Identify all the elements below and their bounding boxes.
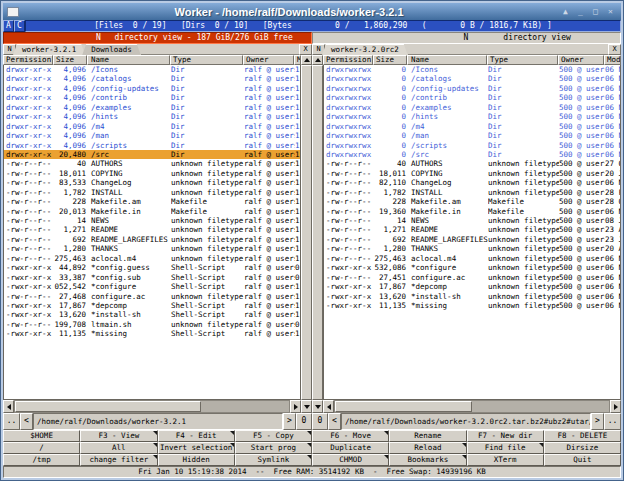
file-row[interactable]: -rw-r--r--199,708ltmain.shunknown filety…: [4, 320, 300, 329]
right-hscroll-thumb[interactable]: [335, 401, 472, 412]
file-row[interactable]: -rw-r--r--19,360Makefile.inMakefile500 @…: [324, 207, 620, 216]
panel-tab[interactable]: Downloads: [82, 44, 141, 55]
file-row[interactable]: -rw-r--r--27,451configure.acunknown file…: [324, 273, 620, 282]
file-row[interactable]: -rwxr-xr-x13,620*install-shShell-Scriptr…: [4, 310, 300, 319]
file-row[interactable]: -rw-r--r--228Makefile.amMakefile500 @ us…: [324, 197, 620, 206]
left-history-forward-button[interactable]: >: [283, 413, 296, 430]
command-button[interactable]: F8 - DELETE: [544, 430, 621, 442]
file-row[interactable]: -rwxr-xr-x17,867*depcompunknown filetype…: [324, 282, 620, 291]
right-scroll-up-button[interactable]: [312, 55, 323, 65]
command-button[interactable]: XTerm: [467, 454, 544, 466]
left-close-tab-button[interactable]: X: [299, 44, 312, 55]
file-row[interactable]: drwxr-xr-x4,096/examplesDirralf @ users1: [4, 103, 300, 112]
file-row[interactable]: drwxr-xr-x4,096/catalogsDirralf @ users1: [4, 74, 300, 83]
file-row[interactable]: -rw-r--r--1,782INSTALLunknown filetypera…: [4, 188, 300, 197]
command-button[interactable]: Start prog: [235, 442, 312, 454]
file-row[interactable]: -rw-r--r--18,011COPYINGunknown filetype5…: [324, 169, 620, 178]
column-header-size[interactable]: Size: [373, 55, 407, 65]
right-bank-button[interactable]: 0: [312, 413, 328, 430]
file-row[interactable]: -rwxr-xr-x11,135*missingunknown filetype…: [324, 301, 620, 310]
file-row[interactable]: drwxrwxrwx0/config-updatesDir500 @ users…: [324, 84, 620, 93]
file-row[interactable]: -rw-r--r--40AUTHORSunknown filetyperalf …: [4, 159, 300, 168]
file-row[interactable]: -rw-r--r--1,782INSTALLunknown filetype50…: [324, 188, 620, 197]
command-button[interactable]: Symlink: [235, 454, 312, 466]
file-row[interactable]: -rwxr-xr-x11,135*missingShell-Scriptralf…: [4, 329, 300, 338]
file-row[interactable]: -rw-r--r--20,013Makefile.inMakefileralf …: [4, 207, 300, 216]
right-scroll-left-button[interactable]: [323, 400, 334, 413]
file-row[interactable]: -rwxr-xr-x33,387*config.subShell-Scriptr…: [4, 273, 300, 282]
file-row[interactable]: -rw-r--r--275,463aclocal.m4unknown filet…: [4, 254, 300, 263]
column-header-type[interactable]: Type: [487, 55, 558, 65]
minimize-icon[interactable]: _: [574, 6, 587, 18]
file-row[interactable]: -rwxr-xr-x17,867*depcompShell-Scriptralf…: [4, 301, 300, 310]
command-button[interactable]: F7 - New dir: [467, 430, 544, 442]
command-button[interactable]: All: [80, 442, 157, 454]
column-header-size[interactable]: Size: [53, 55, 87, 65]
file-row[interactable]: drwxrwxrwx0/m4Dir500 @ users06 N: [324, 122, 620, 131]
file-row[interactable]: -rw-r--r--1,271READMEunknown filetype500…: [324, 225, 620, 234]
right-close-tab-button[interactable]: X: [608, 44, 621, 55]
right-vertical-scrollbar[interactable]: [312, 55, 323, 400]
column-header-modi[interactable]: Modi: [604, 55, 621, 65]
file-row[interactable]: drwxr-xr-x4,096/IconsDirralf @ users1: [4, 65, 300, 74]
right-history-back-button[interactable]: <: [328, 413, 341, 430]
panel-tab[interactable]: worker-3.2.1: [13, 44, 85, 55]
maximize-icon[interactable]: □: [589, 6, 602, 18]
command-button[interactable]: Duplicate: [312, 442, 389, 454]
command-button[interactable]: F4 - Edit: [158, 430, 235, 442]
right-scroll-right-button[interactable]: [610, 400, 621, 413]
command-button[interactable]: /tmp: [3, 454, 80, 466]
file-row[interactable]: drwxr-xr-x4,096/m4Dirralf @ users1: [4, 122, 300, 131]
right-scroll-down-button[interactable]: [312, 400, 323, 413]
left-file-list[interactable]: drwxr-xr-x4,096/IconsDirralf @ users1drw…: [3, 65, 301, 400]
file-row[interactable]: drwxr-xr-x4,096/contribDirralf @ users1: [4, 93, 300, 102]
file-row[interactable]: drwxrwxrwx0/contribDir500 @ users06 N: [324, 93, 620, 102]
command-button[interactable]: Rename: [389, 430, 466, 442]
file-row[interactable]: -rw-r--r--275,463aclocal.m4unknown filet…: [324, 254, 620, 263]
command-button[interactable]: Reload: [389, 442, 466, 454]
right-vscroll-thumb[interactable]: [312, 65, 323, 400]
command-button[interactable]: Hidden: [158, 454, 235, 466]
file-row[interactable]: drwxrwxrwx0/manDir500 @ users06 N: [324, 131, 620, 140]
left-scroll-down-button[interactable]: [301, 400, 312, 413]
file-row[interactable]: drwxrwxrwx0/srcDir500 @ users06 N: [324, 150, 620, 159]
right-parent-dir-button[interactable]: ..: [604, 413, 621, 430]
left-hscroll-thumb[interactable]: [15, 401, 201, 412]
command-button[interactable]: CHMOD: [312, 454, 389, 466]
left-mode-bar[interactable]: N directory view - 187 GiB/276 GiB free: [3, 32, 312, 44]
file-row[interactable]: -rw-r--r--692README_LARGEFILESunknown fi…: [324, 235, 620, 244]
left-vertical-scrollbar[interactable]: [301, 55, 312, 400]
file-row[interactable]: -rw-r--r--27,468configure.acunknown file…: [4, 292, 300, 301]
file-row[interactable]: drwxr-xr-x20,480/srcDirralf @ users1: [4, 150, 300, 159]
panel-tab[interactable]: worker-3.2.0rc2: [322, 44, 408, 55]
left-scroll-up-button[interactable]: [301, 55, 312, 65]
right-history-forward-button[interactable]: >: [591, 413, 604, 430]
command-button[interactable]: Bookmarks: [389, 454, 466, 466]
file-row[interactable]: -rwxr-xr-x44,892*config.guessShell-Scrip…: [4, 263, 300, 272]
file-row[interactable]: -rw-r--r--14NEWSunknown filetyperalf @ u…: [4, 216, 300, 225]
right-vscroll-track[interactable]: [312, 65, 323, 400]
file-row[interactable]: -rw-r--r--228Makefile.amMakefileralf @ u…: [4, 197, 300, 206]
file-row[interactable]: -rw-r--r--1,280THANKSunknown filetyperal…: [4, 244, 300, 253]
left-vscroll-thumb[interactable]: [301, 65, 312, 400]
file-row[interactable]: -rw-r--r--14NEWSunknown filetype500 @ us…: [324, 216, 620, 225]
left-path-field[interactable]: /home/ralf/Downloads/worker-3.2.1: [33, 413, 283, 430]
column-header-permission[interactable]: Permission: [323, 55, 373, 65]
command-button[interactable]: F3 - View: [80, 430, 157, 442]
left-scroll-left-button[interactable]: [3, 400, 14, 413]
column-header-permission[interactable]: Permission: [3, 55, 53, 65]
command-button[interactable]: $HOME: [3, 430, 80, 442]
left-bank-button[interactable]: 0: [296, 413, 312, 430]
right-path-field[interactable]: /home/ralf/Downloads/worker-3.2.0rc2.tar…: [341, 413, 591, 430]
left-scroll-right-button[interactable]: [290, 400, 301, 413]
keep-above-icon[interactable]: ▲: [559, 6, 572, 18]
mode-a-button[interactable]: A: [3, 20, 14, 32]
column-header-name[interactable]: Name: [407, 55, 487, 65]
left-hscroll-track[interactable]: [14, 400, 290, 413]
right-hscroll-track[interactable]: [334, 400, 610, 413]
file-row[interactable]: -rw-r--r--40AUTHORSunknown filetype500 @…: [324, 159, 620, 168]
file-row[interactable]: -rw-r--r--1,271READMEunknown filetyperal…: [4, 225, 300, 234]
file-row[interactable]: drwxrwxrwx0/scriptsDir500 @ users06 N: [324, 141, 620, 150]
command-button[interactable]: Dirsize: [544, 442, 621, 454]
command-button[interactable]: F5 - Copy: [235, 430, 312, 442]
